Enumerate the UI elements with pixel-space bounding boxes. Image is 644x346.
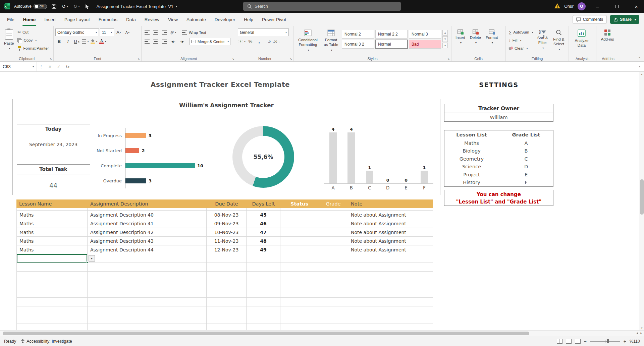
- table-cell[interactable]: [348, 315, 433, 324]
- comments-button[interactable]: Comments: [573, 15, 607, 24]
- zoom-level[interactable]: %110: [630, 339, 640, 344]
- table-cell[interactable]: [207, 254, 247, 263]
- table-cell[interactable]: [318, 254, 348, 263]
- table-cell[interactable]: [16, 306, 88, 315]
- clipboard-dialog-launcher[interactable]: ↘: [49, 57, 52, 60]
- table-cell[interactable]: [280, 211, 318, 219]
- table-cell[interactable]: [280, 254, 318, 263]
- table-cell[interactable]: [318, 219, 348, 228]
- tab-help[interactable]: Help: [239, 13, 258, 26]
- scroll-right-arrow[interactable]: ▸: [640, 331, 642, 335]
- gallery-more-button[interactable]: ▼: [442, 43, 448, 48]
- bold-button[interactable]: B: [55, 38, 63, 45]
- addins-button[interactable]: Add-ins: [598, 28, 617, 55]
- redo-button[interactable]: ↻▾: [72, 4, 81, 9]
- increase-indent-button[interactable]: ≡▶: [178, 38, 186, 45]
- table-cell[interactable]: [348, 254, 433, 263]
- tab-data[interactable]: Data: [122, 13, 140, 26]
- tab-page-layout[interactable]: Page Layout: [60, 13, 94, 26]
- table-cell[interactable]: [207, 324, 247, 330]
- header-assignment-description[interactable]: Assignment Description: [88, 199, 207, 208]
- tab-home[interactable]: Home: [19, 13, 40, 26]
- save-button[interactable]: [50, 4, 57, 9]
- table-cell[interactable]: Assignment Description 41: [88, 219, 207, 228]
- maximize-button[interactable]: [609, 0, 625, 13]
- decrease-indent-button[interactable]: ◀≡: [169, 38, 177, 45]
- table-cell[interactable]: [280, 289, 318, 298]
- tab-file[interactable]: File: [3, 13, 19, 26]
- lesson-cell[interactable]: Project: [444, 171, 499, 179]
- confirm-entry-icon[interactable]: ✓: [54, 62, 63, 71]
- grade-cell[interactable]: E: [499, 171, 553, 179]
- horizontal-scroll-thumb[interactable]: [3, 332, 529, 335]
- vertical-scroll-thumb[interactable]: [640, 179, 644, 215]
- table-cell[interactable]: [88, 263, 207, 272]
- gallery-down-button[interactable]: ▼: [442, 36, 448, 42]
- table-cell[interactable]: [88, 298, 207, 306]
- underline-button[interactable]: U▾: [73, 38, 80, 45]
- page-layout-view-button[interactable]: [566, 339, 572, 344]
- grade-cell[interactable]: A: [499, 139, 553, 147]
- increase-decimal-button[interactable]: ←.0: [264, 38, 272, 45]
- table-cell[interactable]: Maths: [16, 219, 88, 228]
- table-cell[interactable]: [247, 272, 280, 280]
- table-cell[interactable]: [207, 263, 247, 272]
- tab-view[interactable]: View: [164, 13, 182, 26]
- table-cell[interactable]: [318, 289, 348, 298]
- alert-warning-icon[interactable]: [554, 3, 560, 10]
- table-cell[interactable]: 12-Nov-23: [207, 245, 247, 254]
- table-cell[interactable]: [318, 306, 348, 315]
- table-cell[interactable]: [348, 324, 433, 330]
- table-cell[interactable]: [280, 263, 318, 272]
- styles-dialog-launcher[interactable]: ↘: [447, 57, 450, 60]
- table-cell[interactable]: [280, 324, 318, 330]
- align-left-button[interactable]: [143, 38, 151, 45]
- normal-view-button[interactable]: [557, 339, 562, 344]
- formula-input[interactable]: [72, 62, 635, 71]
- format-as-table-button[interactable]: Format as Table ▾: [320, 28, 342, 55]
- decrease-font-size-button[interactable]: A▼: [124, 29, 131, 36]
- table-cell[interactable]: [247, 324, 280, 330]
- zoom-in-button[interactable]: +: [624, 339, 626, 344]
- align-middle-button[interactable]: [152, 29, 160, 36]
- style-normal-2-2[interactable]: Normal 2 2: [375, 30, 408, 39]
- table-cell[interactable]: [280, 306, 318, 315]
- table-cell[interactable]: [348, 263, 433, 272]
- table-cell[interactable]: [247, 298, 280, 306]
- format-cells-button[interactable]: Format▾: [483, 28, 500, 55]
- tab-formulas[interactable]: Formulas: [94, 13, 122, 26]
- number-dialog-launcher[interactable]: ↘: [289, 57, 292, 60]
- grade-cell[interactable]: D: [499, 163, 553, 171]
- table-cell[interactable]: [88, 306, 207, 315]
- align-right-button[interactable]: [161, 38, 168, 45]
- font-dialog-launcher[interactable]: ↘: [137, 57, 140, 60]
- percent-style-button[interactable]: %: [247, 38, 254, 45]
- zoom-slider-thumb[interactable]: [607, 339, 609, 343]
- table-cell[interactable]: 09-Nov-23: [207, 219, 247, 228]
- header-due-date[interactable]: Due Date: [207, 199, 247, 208]
- undo-button[interactable]: ↺▾: [61, 4, 69, 9]
- table-cell[interactable]: [247, 289, 280, 298]
- header-grade[interactable]: Grade: [318, 199, 348, 208]
- close-button[interactable]: ×: [629, 0, 644, 13]
- clear-button[interactable]: Clear▾: [507, 45, 535, 52]
- autosum-button[interactable]: ∑AutoSum▾: [507, 28, 535, 36]
- table-cell[interactable]: [280, 219, 318, 228]
- tab-automate[interactable]: Automate: [182, 13, 210, 26]
- table-cell[interactable]: 47: [247, 228, 280, 237]
- table-cell[interactable]: [318, 211, 348, 219]
- autosave-pill[interactable]: Off: [34, 4, 47, 9]
- wrap-text-button[interactable]: Wrap Text: [181, 29, 207, 36]
- format-painter-button[interactable]: Format Painter: [16, 45, 50, 52]
- align-top-button[interactable]: [143, 29, 151, 36]
- worksheet[interactable]: Assignment Tracker Excel Template SETTIN…: [0, 72, 639, 330]
- page-break-view-button[interactable]: [575, 339, 581, 344]
- table-cell[interactable]: 48: [247, 237, 280, 245]
- table-cell[interactable]: 49: [247, 245, 280, 254]
- table-cell[interactable]: [247, 306, 280, 315]
- table-cell[interactable]: [88, 280, 207, 289]
- minimize-button[interactable]: –: [590, 0, 605, 13]
- scroll-up-arrow[interactable]: ▲: [639, 72, 644, 76]
- comma-style-button[interactable]: ,: [255, 38, 263, 45]
- cut-button[interactable]: ✂Cut: [16, 28, 50, 36]
